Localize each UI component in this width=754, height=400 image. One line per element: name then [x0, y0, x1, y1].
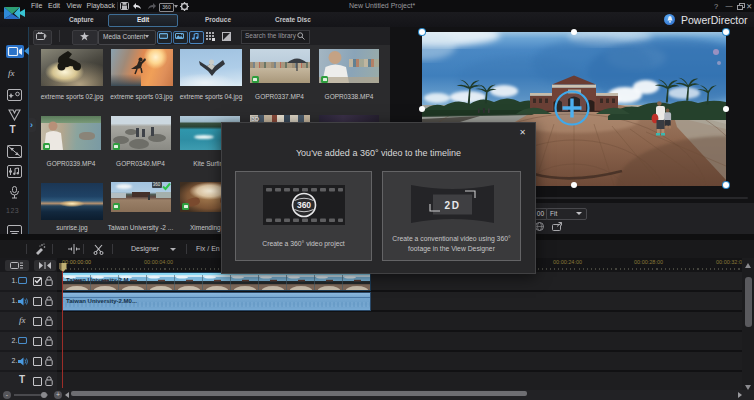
svg-text:2D: 2D — [445, 200, 461, 211]
svg-text:360: 360 — [297, 200, 311, 210]
